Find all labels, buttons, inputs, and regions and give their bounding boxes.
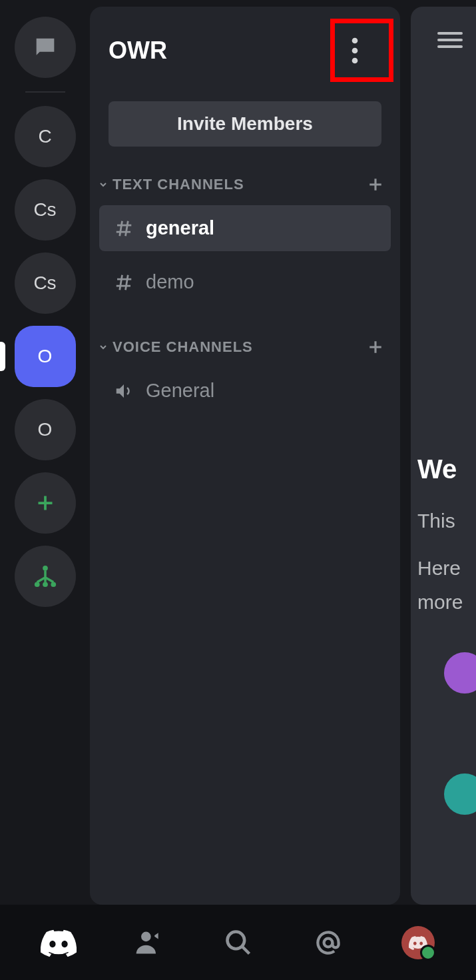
channel-panel: OWR Invite Members TEXT CHANNELS (90, 7, 400, 905)
speaker-icon (114, 381, 134, 401)
svg-point-1 (34, 582, 39, 587)
chat-panel: We This Here more (411, 7, 476, 905)
welcome-line: more (417, 585, 476, 619)
friends-icon (134, 928, 163, 957)
user-avatar (401, 926, 435, 959)
chat-bubble-icon (31, 34, 60, 61)
chat-header (411, 7, 476, 73)
svg-point-2 (43, 582, 48, 587)
channel-name: General (146, 380, 214, 402)
plus-icon (365, 337, 385, 357)
chevron-down-icon (98, 342, 109, 352)
add-server-button[interactable] (15, 472, 76, 534)
guild-item[interactable]: Cs (15, 179, 76, 241)
hash-icon (114, 219, 134, 239)
members-list-button[interactable] (437, 32, 463, 48)
welcome-line: This (417, 504, 476, 538)
nav-home[interactable] (39, 923, 79, 963)
category-label: TEXT CHANNELS (113, 176, 244, 193)
text-channel-demo[interactable]: demo (99, 259, 391, 305)
voice-channel-general[interactable]: General (99, 368, 391, 414)
server-name: OWR (109, 37, 167, 65)
svg-point-6 (352, 58, 358, 64)
discord-logo-icon (409, 935, 427, 950)
svg-point-7 (141, 931, 151, 941)
add-voice-channel-button[interactable] (365, 337, 385, 357)
channel-name: demo (146, 271, 194, 293)
server-options-button[interactable] (328, 24, 381, 77)
welcome-line: Here (417, 551, 476, 585)
chat-content: We This Here more (411, 73, 476, 905)
at-icon (314, 928, 343, 957)
text-channel-general[interactable]: general (99, 205, 391, 251)
category-label: VOICE CHANNELS (113, 338, 253, 356)
discord-logo-icon (41, 929, 77, 957)
guild-item[interactable]: C (15, 106, 76, 167)
svg-point-8 (227, 931, 244, 949)
search-icon (224, 928, 253, 957)
plus-icon (365, 175, 385, 195)
welcome-heading: We (417, 446, 476, 492)
guild-sidebar: C Cs Cs O O (0, 0, 90, 905)
guild-item[interactable]: Cs (15, 252, 76, 314)
guild-item-active[interactable]: O (15, 326, 76, 387)
guild-item[interactable]: O (15, 399, 76, 460)
nav-search[interactable] (218, 923, 258, 963)
svg-point-3 (51, 582, 56, 587)
more-vertical-icon (352, 36, 358, 65)
add-text-channel-button[interactable] (365, 175, 385, 195)
hub-icon (31, 562, 59, 590)
nav-friends[interactable] (128, 923, 168, 963)
invite-members-button[interactable]: Invite Members (109, 101, 381, 147)
nav-profile[interactable] (398, 923, 438, 963)
server-discovery-button[interactable] (15, 546, 76, 607)
nav-mentions[interactable] (308, 923, 348, 963)
onboarding-card-icon[interactable] (444, 652, 476, 694)
svg-point-5 (352, 48, 358, 54)
chevron-down-icon (98, 179, 109, 190)
server-header[interactable]: OWR (90, 7, 400, 93)
svg-point-4 (352, 38, 358, 44)
svg-point-0 (43, 566, 48, 571)
bottom-nav (0, 905, 476, 980)
direct-messages-button[interactable] (15, 17, 76, 78)
plus-icon (33, 491, 57, 515)
hash-icon (114, 272, 134, 292)
category-voice-channels[interactable]: VOICE CHANNELS (90, 329, 400, 364)
guild-divider (25, 91, 65, 93)
onboarding-card-icon[interactable] (444, 773, 476, 815)
category-text-channels[interactable]: TEXT CHANNELS (90, 167, 400, 201)
channel-name: general (146, 217, 214, 239)
